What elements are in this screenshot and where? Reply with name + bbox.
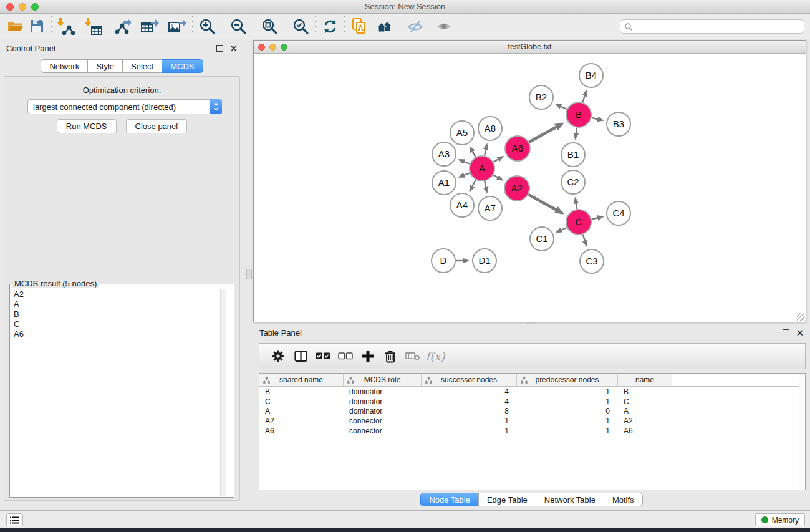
vertical-split-handle[interactable] (246, 269, 252, 279)
column-header-successor-nodes[interactable]: successor nodes (422, 374, 517, 386)
task-history-button[interactable] (6, 513, 23, 526)
result-item[interactable]: B (11, 309, 233, 319)
node-A8[interactable]: A8 (478, 117, 502, 140)
node-B1[interactable]: B1 (561, 143, 585, 167)
node-D[interactable]: D (432, 249, 455, 273)
column-header-MCDS-role[interactable]: MCDS role (344, 374, 422, 386)
export-network-button[interactable] (112, 16, 133, 37)
node-C2[interactable]: C2 (561, 170, 585, 194)
function-builder-button[interactable]: f(x) (424, 346, 446, 367)
table-row[interactable]: A2connector11A2 (259, 416, 805, 426)
column-header-predecessor-nodes[interactable]: predecessor nodes (517, 374, 618, 386)
delete-column-button[interactable] (379, 346, 402, 367)
close-window-button[interactable] (6, 3, 14, 11)
zoom-fit-button[interactable] (259, 16, 280, 37)
show-columns-button[interactable] (289, 346, 312, 367)
result-item[interactable]: A6 (11, 329, 233, 339)
table-row[interactable]: Bdominator41B (259, 387, 805, 397)
close-panel-button[interactable]: Close panel (126, 119, 188, 133)
result-scrollbar[interactable] (220, 289, 226, 496)
float-table-panel-icon[interactable] (783, 329, 789, 336)
edge-A-A7[interactable] (485, 181, 486, 192)
edge-C-C3[interactable] (583, 235, 587, 245)
edge-C-C4[interactable] (592, 217, 602, 220)
import-network-button[interactable] (55, 16, 77, 37)
edge-A-A2[interactable] (493, 175, 501, 180)
table-tab-edge-table[interactable]: Edge Table (478, 493, 536, 506)
duplicate-network-button[interactable] (349, 16, 370, 37)
result-item[interactable]: C (11, 319, 233, 329)
result-item[interactable]: A2 (11, 289, 233, 299)
edge-B-B2[interactable] (556, 104, 567, 109)
node-A2[interactable]: A2 (504, 176, 529, 201)
column-header-name[interactable]: name (618, 374, 672, 386)
close-panel-icon[interactable]: ✕ (229, 45, 238, 52)
edge-A6-B[interactable] (529, 123, 562, 142)
search-input[interactable] (633, 21, 804, 32)
zoom-out-button[interactable] (228, 16, 249, 37)
node-A5[interactable]: A5 (450, 121, 474, 145)
edge-A-A1[interactable] (460, 173, 470, 177)
edge-B-B1[interactable] (576, 128, 577, 138)
tab-style[interactable]: Style (87, 59, 123, 73)
network-close-button[interactable] (258, 44, 265, 51)
table-tab-network-table[interactable]: Network Table (536, 493, 604, 506)
node-A6[interactable]: A6 (505, 136, 530, 161)
save-session-button[interactable] (26, 16, 47, 37)
node-D1[interactable]: D1 (473, 249, 496, 273)
run-mcds-button[interactable]: Run MCDS (57, 119, 117, 133)
refresh-button[interactable] (319, 16, 340, 37)
show-all-button[interactable] (433, 16, 455, 37)
tab-network[interactable]: Network (41, 59, 88, 73)
node-A[interactable]: A (470, 156, 494, 181)
home-button[interactable] (376, 16, 397, 37)
node-C4[interactable]: C4 (607, 201, 630, 225)
edge-A-A3[interactable] (460, 160, 470, 164)
node-A4[interactable]: A4 (450, 193, 474, 217)
resize-grip[interactable] (797, 313, 805, 321)
node-B4[interactable]: B4 (579, 64, 603, 87)
network-canvas[interactable]: B4B2BB3A8A5A6A3B1AA1C2A2A4A7C4CC1C3DD1 (254, 54, 806, 322)
table-row[interactable]: A6connector11A6 (259, 426, 805, 436)
open-session-button[interactable] (5, 16, 26, 37)
table-tab-motifs[interactable]: Motifs (604, 493, 643, 506)
search-field[interactable] (620, 19, 804, 34)
hide-selection-button[interactable] (405, 16, 426, 37)
import-table-button[interactable] (83, 16, 104, 37)
deselect-all-button[interactable] (334, 346, 357, 367)
zoom-window-button[interactable] (31, 3, 39, 11)
edge-C-C2[interactable] (576, 199, 577, 209)
zoom-in-button[interactable] (196, 16, 218, 37)
zoom-selected-button[interactable] (290, 16, 311, 37)
network-window-titlebar[interactable]: testGlobe.txt (254, 41, 806, 54)
edge-B-B4[interactable] (582, 92, 586, 102)
edge-A-A5[interactable] (470, 148, 476, 157)
memory-button[interactable]: Memory (755, 513, 805, 526)
edge-A-A8[interactable] (485, 145, 486, 155)
node-C[interactable]: C (566, 210, 591, 235)
close-table-panel-icon[interactable]: ✕ (796, 329, 804, 336)
node-A3[interactable]: A3 (432, 142, 456, 166)
table-settings-button[interactable] (267, 346, 289, 367)
export-image-button[interactable] (167, 16, 188, 37)
edge-A-A6[interactable] (493, 157, 502, 162)
tab-select[interactable]: Select (122, 59, 162, 73)
node-A7[interactable]: A7 (478, 196, 502, 220)
node-C3[interactable]: C3 (580, 249, 604, 273)
node-C1[interactable]: C1 (530, 227, 554, 251)
node-B2[interactable]: B2 (529, 85, 553, 109)
network-minimize-button[interactable] (269, 44, 276, 51)
add-column-button[interactable] (357, 346, 379, 367)
export-table-button[interactable] (140, 16, 161, 37)
minimize-window-button[interactable] (19, 3, 26, 11)
edge-A2-C[interactable] (528, 195, 562, 213)
node-A1[interactable]: A1 (432, 171, 456, 195)
select-stepper[interactable] (210, 99, 222, 114)
edge-C-C1[interactable] (557, 228, 567, 232)
edge-A-A4[interactable] (470, 180, 476, 190)
node-B3[interactable]: B3 (607, 112, 630, 136)
network-zoom-button[interactable] (281, 44, 287, 51)
select-all-button[interactable] (312, 346, 334, 367)
optimization-criterion-select[interactable]: largest connected component (directed) (27, 99, 222, 114)
delete-table-button[interactable] (402, 346, 424, 367)
